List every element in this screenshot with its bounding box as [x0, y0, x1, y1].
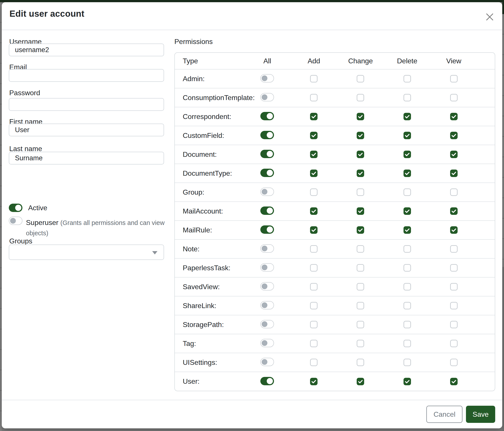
toggle-all-admin[interactable] [260, 74, 274, 82]
toggle-all-sharelink[interactable] [260, 301, 274, 309]
permission-type-label: ShareLink: [175, 296, 244, 315]
checkbox-view-sharelink[interactable] [450, 302, 458, 309]
toggle-all-group[interactable] [260, 188, 274, 196]
checkbox-view-group[interactable] [450, 189, 458, 196]
checkbox-delete-documenttype[interactable] [404, 170, 411, 177]
toggle-all-savedview[interactable] [260, 282, 274, 290]
toggle-all-documenttype[interactable] [260, 169, 274, 177]
cancel-button[interactable]: Cancel [426, 406, 462, 423]
checkbox-change-admin[interactable] [357, 75, 364, 82]
checkbox-view-note[interactable] [450, 245, 458, 253]
checkbox-change-document[interactable] [357, 151, 364, 158]
checkbox-view-tag[interactable] [450, 340, 458, 347]
toggle-all-user[interactable] [260, 377, 274, 385]
checkbox-delete-sharelink[interactable] [404, 302, 411, 309]
checkbox-change-savedview[interactable] [357, 283, 364, 290]
last-name-input[interactable] [9, 152, 164, 164]
checkbox-change-mailrule[interactable] [357, 226, 364, 234]
toggle-all-correspondent[interactable] [260, 112, 274, 120]
save-button[interactable]: Save [466, 406, 495, 423]
toggle-all-uisettings[interactable] [260, 358, 274, 366]
checkbox-delete-user[interactable] [404, 378, 411, 385]
checkbox-view-document[interactable] [450, 151, 458, 158]
checkbox-view-mailaccount[interactable] [450, 207, 458, 215]
checkbox-view-paperlesstask[interactable] [450, 264, 458, 272]
password-input[interactable] [9, 98, 164, 111]
checkbox-change-sharelink[interactable] [357, 302, 364, 309]
toggle-all-customfield[interactable] [260, 131, 274, 139]
toggle-all-mailrule[interactable] [260, 225, 274, 234]
checkbox-change-note[interactable] [357, 245, 364, 253]
checkbox-view-user[interactable] [450, 378, 458, 385]
checkbox-change-storagepath[interactable] [357, 321, 364, 328]
toggle-all-consumptiontemplate[interactable] [260, 93, 274, 101]
checkbox-view-mailrule[interactable] [450, 226, 458, 234]
checkbox-add-documenttype[interactable] [310, 170, 317, 177]
checkbox-change-user[interactable] [357, 378, 364, 385]
superuser-toggle[interactable] [9, 217, 22, 225]
toggle-all-mailaccount[interactable] [260, 207, 274, 215]
checkbox-delete-savedview[interactable] [404, 283, 411, 290]
groups-select[interactable] [9, 244, 164, 260]
checkbox-change-customfield[interactable] [357, 132, 364, 139]
permission-type-label: MailRule: [175, 221, 244, 240]
checkbox-delete-mailaccount[interactable] [404, 207, 411, 215]
checkbox-add-group[interactable] [310, 189, 317, 196]
checkbox-add-note[interactable] [310, 245, 317, 253]
toggle-all-storagepath[interactable] [260, 320, 274, 328]
checkbox-delete-tag[interactable] [404, 340, 411, 347]
checkbox-add-mailrule[interactable] [310, 226, 317, 234]
checkbox-view-consumptiontemplate[interactable] [450, 94, 458, 101]
checkbox-change-correspondent[interactable] [357, 113, 364, 120]
checkbox-delete-storagepath[interactable] [404, 321, 411, 328]
checkbox-add-correspondent[interactable] [310, 113, 317, 120]
username-input[interactable] [9, 44, 164, 56]
toggle-all-paperlesstask[interactable] [260, 263, 274, 272]
checkbox-add-admin[interactable] [310, 75, 317, 82]
checkbox-add-consumptiontemplate[interactable] [310, 94, 317, 101]
checkbox-change-mailaccount[interactable] [357, 207, 364, 215]
checkbox-view-storagepath[interactable] [450, 321, 458, 328]
checkbox-add-uisettings[interactable] [310, 359, 317, 366]
checkbox-change-group[interactable] [357, 189, 364, 196]
checkbox-delete-group[interactable] [404, 189, 411, 196]
checkbox-change-tag[interactable] [357, 340, 364, 347]
checkbox-add-storagepath[interactable] [310, 321, 317, 328]
checkbox-add-savedview[interactable] [310, 283, 317, 290]
checkbox-delete-admin[interactable] [404, 75, 411, 82]
checkbox-add-tag[interactable] [310, 340, 317, 347]
checkbox-delete-customfield[interactable] [404, 132, 411, 139]
checkbox-add-customfield[interactable] [310, 132, 317, 139]
checkbox-delete-uisettings[interactable] [404, 359, 411, 366]
toggle-knob [262, 189, 267, 195]
modal-title: Edit user account [9, 9, 84, 19]
checkbox-view-documenttype[interactable] [450, 170, 458, 177]
checkbox-change-uisettings[interactable] [357, 359, 364, 366]
checkbox-delete-paperlesstask[interactable] [404, 264, 411, 272]
first-name-input[interactable] [9, 124, 164, 136]
checkbox-add-sharelink[interactable] [310, 302, 317, 309]
toggle-all-note[interactable] [260, 244, 274, 253]
checkbox-change-paperlesstask[interactable] [357, 264, 364, 272]
checkbox-delete-note[interactable] [404, 245, 411, 253]
checkbox-view-uisettings[interactable] [450, 359, 458, 366]
checkbox-delete-document[interactable] [404, 151, 411, 158]
checkbox-view-savedview[interactable] [450, 283, 458, 290]
email-input[interactable] [9, 69, 164, 82]
checkbox-change-documenttype[interactable] [357, 170, 364, 177]
checkbox-add-user[interactable] [310, 378, 317, 385]
close-button[interactable] [485, 12, 495, 22]
checkbox-delete-mailrule[interactable] [404, 226, 411, 234]
toggle-all-tag[interactable] [260, 339, 274, 347]
checkbox-view-customfield[interactable] [450, 132, 458, 139]
checkbox-delete-correspondent[interactable] [404, 113, 411, 120]
checkbox-view-admin[interactable] [450, 75, 458, 82]
toggle-all-document[interactable] [260, 150, 274, 158]
checkbox-add-document[interactable] [310, 151, 317, 158]
checkbox-add-paperlesstask[interactable] [310, 264, 317, 272]
checkbox-view-correspondent[interactable] [450, 113, 458, 120]
checkbox-add-mailaccount[interactable] [310, 207, 317, 215]
active-toggle[interactable] [9, 204, 22, 212]
checkbox-change-consumptiontemplate[interactable] [357, 94, 364, 101]
checkbox-delete-consumptiontemplate[interactable] [404, 94, 411, 101]
